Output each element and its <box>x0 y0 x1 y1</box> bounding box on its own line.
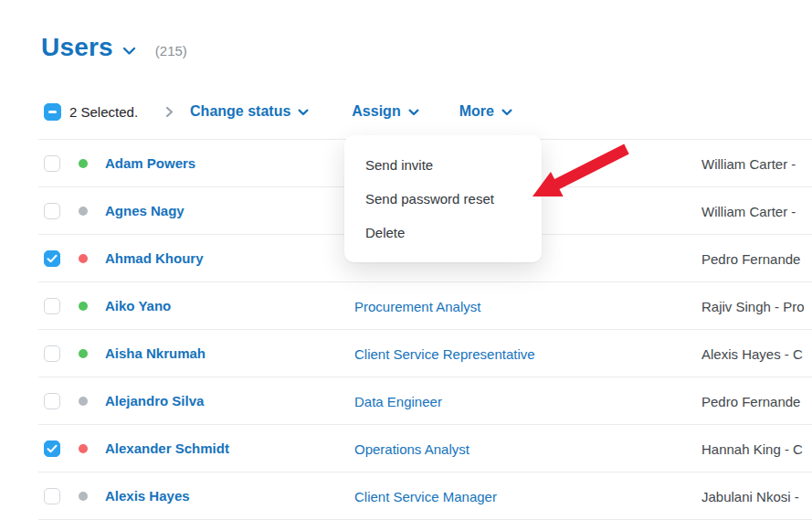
assign-label: Assign <box>352 103 400 120</box>
more-button[interactable]: More <box>459 103 512 120</box>
row-checkbox[interactable] <box>44 155 60 172</box>
user-name-link[interactable]: Agnes Nagy <box>105 203 185 218</box>
chevron-right-icon <box>165 106 174 118</box>
row-checkbox[interactable] <box>44 488 60 504</box>
menu-item-send-invite[interactable]: Send invite <box>344 148 542 182</box>
chevron-down-icon <box>408 109 419 116</box>
user-manager: Alexis Hayes - C <box>701 345 803 361</box>
page-header: Users (215) <box>41 33 187 62</box>
user-manager: William Carter - <box>701 155 796 171</box>
status-dot-icon <box>79 492 88 501</box>
user-name-link[interactable]: Ahmad Khoury <box>105 250 204 266</box>
menu-item-delete[interactable]: Delete <box>344 216 542 249</box>
user-manager: Jabulani Nkosi - <box>701 488 799 504</box>
user-name-link[interactable]: Alexander Schmidt <box>105 440 229 456</box>
status-dot-icon <box>79 254 88 263</box>
table-row: Alexis Hayes Client Service Manager Jabu… <box>38 472 812 520</box>
status-dot-icon <box>79 207 88 216</box>
status-dot-icon <box>79 397 88 406</box>
user-manager: Pedro Fernande <box>701 250 800 266</box>
selected-count-label: 2 Selected. <box>69 104 138 120</box>
user-name-link[interactable]: Aisha Nkrumah <box>105 345 206 361</box>
status-dot-icon <box>79 444 88 453</box>
row-checkbox[interactable] <box>44 393 60 409</box>
user-name-link[interactable]: Alejandro Silva <box>105 393 204 409</box>
chevron-down-icon <box>501 109 512 116</box>
chevron-down-icon[interactable] <box>122 47 136 56</box>
user-manager: Pedro Fernande <box>701 393 800 409</box>
assign-button[interactable]: Assign <box>352 103 418 120</box>
status-dot-icon <box>79 159 88 168</box>
checkmark-icon <box>47 444 58 453</box>
select-all-checkbox[interactable] <box>44 103 61 121</box>
user-name-link[interactable]: Alexis Hayes <box>105 488 190 504</box>
user-title-link[interactable]: Data Engineer <box>354 393 442 409</box>
page-title: Users <box>41 33 113 62</box>
change-status-button[interactable]: Change status <box>190 103 309 120</box>
user-manager: Rajiv Singh - Pro <box>701 298 805 313</box>
checkmark-icon <box>47 254 58 263</box>
table-row: Aiko Yano Procurement Analyst Rajiv Sing… <box>38 282 812 330</box>
table-row: Aisha Nkrumah Client Service Representat… <box>38 330 812 377</box>
change-status-label: Change status <box>190 103 290 120</box>
row-checkbox[interactable] <box>44 440 60 457</box>
user-title-link[interactable]: Client Service Representative <box>354 345 535 361</box>
table-row: Alexander Schmidt Operations Analyst Han… <box>38 425 812 472</box>
user-title-link[interactable]: Operations Analyst <box>354 440 469 456</box>
user-title-link[interactable]: Procurement Analyst <box>354 298 480 313</box>
row-checkbox[interactable] <box>44 345 60 362</box>
user-manager: Hannah King - C <box>701 440 803 456</box>
more-label: More <box>459 103 494 120</box>
user-name-link[interactable]: Aiko Yano <box>105 298 171 313</box>
menu-item-send-password-reset[interactable]: Send password reset <box>344 182 542 216</box>
user-name-link[interactable]: Adam Powers <box>105 155 195 171</box>
user-count: (215) <box>155 43 187 58</box>
selection-toolbar: 2 Selected. Change status Assign More <box>44 101 512 122</box>
actions-dropdown-menu: Send invite Send password reset Delete <box>344 135 542 262</box>
row-checkbox[interactable] <box>44 203 60 219</box>
status-dot-icon <box>79 302 88 311</box>
user-title-link[interactable]: Client Service Manager <box>354 488 497 504</box>
row-checkbox[interactable] <box>44 250 60 267</box>
row-checkbox[interactable] <box>44 298 60 314</box>
chevron-down-icon <box>298 109 309 116</box>
user-manager: William Carter - <box>701 203 796 218</box>
table-row: Alejandro Silva Data Engineer Pedro Fern… <box>38 377 812 425</box>
status-dot-icon <box>79 349 88 358</box>
